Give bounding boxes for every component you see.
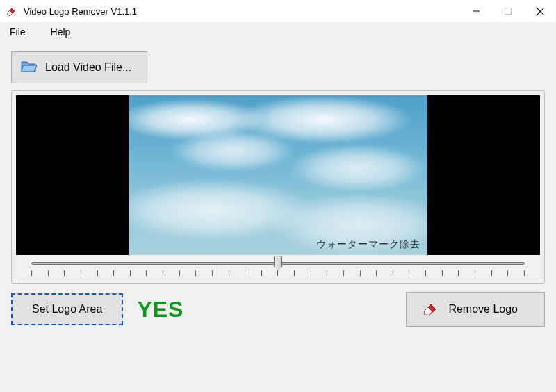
watermark-text: ウォーターマーク除去 xyxy=(316,238,420,251)
open-folder-icon xyxy=(20,58,38,77)
svg-rect-3 xyxy=(505,8,512,15)
load-video-label: Load Video File... xyxy=(45,61,131,74)
seek-slider[interactable] xyxy=(31,262,525,265)
maximize-button xyxy=(492,0,524,22)
title-bar: Video Logo Remover V1.1.1 xyxy=(0,0,556,22)
preview-panel: ウォーターマーク除去 xyxy=(11,90,545,284)
svg-marker-7 xyxy=(22,65,37,72)
seek-slider-thumb[interactable] xyxy=(274,256,282,271)
eraser-icon xyxy=(422,301,439,318)
remove-logo-label: Remove Logo xyxy=(448,303,518,316)
remove-logo-button[interactable]: Remove Logo xyxy=(406,292,545,327)
seek-slider-ticks xyxy=(31,270,525,276)
status-text: YES xyxy=(137,297,183,322)
svg-line-5 xyxy=(537,8,544,15)
app-eraser-icon xyxy=(6,6,17,17)
minimize-button[interactable] xyxy=(460,0,492,22)
video-frame: ウォーターマーク除去 xyxy=(129,95,427,255)
menu-bar: File Help xyxy=(0,22,556,42)
svg-line-4 xyxy=(537,8,544,15)
window-title: Video Logo Remover V1.1.1 xyxy=(24,6,137,17)
load-video-button[interactable]: Load Video File... xyxy=(11,51,147,83)
set-logo-area-button[interactable]: Set Logo Area xyxy=(11,293,123,325)
close-button[interactable] xyxy=(524,0,556,22)
video-preview: ウォーターマーク除去 xyxy=(16,95,540,255)
menu-file[interactable]: File xyxy=(6,25,30,39)
set-logo-area-label: Set Logo Area xyxy=(32,303,102,315)
menu-help[interactable]: Help xyxy=(47,25,75,39)
